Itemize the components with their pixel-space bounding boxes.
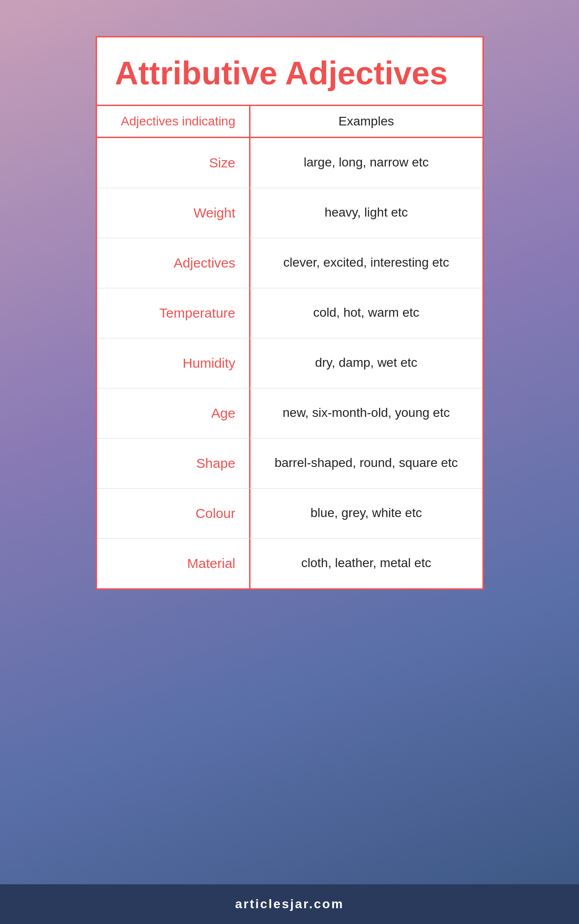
card-title: Attributive Adjectives	[97, 37, 482, 105]
row-3-left: Temperature	[97, 288, 250, 338]
row-3-right: cold, hot, warm etc	[250, 288, 482, 338]
table-row: Agenew, six-month-old, young etc	[97, 388, 482, 439]
row-6-left: Shape	[97, 439, 250, 488]
row-0-left: Size	[97, 138, 250, 188]
footer: articlesjar.com	[0, 884, 579, 924]
row-5-right: new, six-month-old, young etc	[250, 388, 482, 438]
header-left: Adjectives indicating	[97, 106, 250, 137]
footer-text: articlesjar.com	[235, 897, 344, 911]
table-row: Adjectivesclever, excited, interesting e…	[97, 238, 482, 288]
row-8-left: Material	[97, 539, 250, 588]
row-2-left: Adjectives	[97, 238, 250, 288]
row-7-right: blue, grey, white etc	[250, 489, 482, 538]
table-row: Shapebarrel-shaped, round, square etc	[97, 439, 482, 489]
row-5-left: Age	[97, 388, 250, 438]
main-card: Attributive Adjectives Adjectives indica…	[96, 36, 484, 590]
header-right: Examples	[250, 106, 482, 137]
row-4-left: Humidity	[97, 338, 250, 388]
table-row: Weightheavy, light etc	[97, 188, 482, 238]
row-6-right: barrel-shaped, round, square etc	[250, 439, 482, 488]
row-0-right: large, long, narrow etc	[250, 138, 482, 188]
table-header: Adjectives indicating Examples	[97, 105, 482, 138]
row-4-right: dry, damp, wet etc	[250, 338, 482, 388]
row-1-right: heavy, light etc	[250, 188, 482, 238]
row-1-left: Weight	[97, 188, 250, 238]
row-7-left: Colour	[97, 489, 250, 538]
row-2-right: clever, excited, interesting etc	[250, 238, 482, 288]
table-row: Sizelarge, long, narrow etc	[97, 138, 482, 188]
table-body: Sizelarge, long, narrow etcWeightheavy, …	[97, 138, 482, 588]
row-8-right: cloth, leather, metal etc	[250, 539, 482, 588]
table-row: Materialcloth, leather, metal etc	[97, 539, 482, 588]
table-row: Humiditydry, damp, wet etc	[97, 338, 482, 388]
table-row: Colourblue, grey, white etc	[97, 489, 482, 539]
table-row: Temperaturecold, hot, warm etc	[97, 288, 482, 338]
